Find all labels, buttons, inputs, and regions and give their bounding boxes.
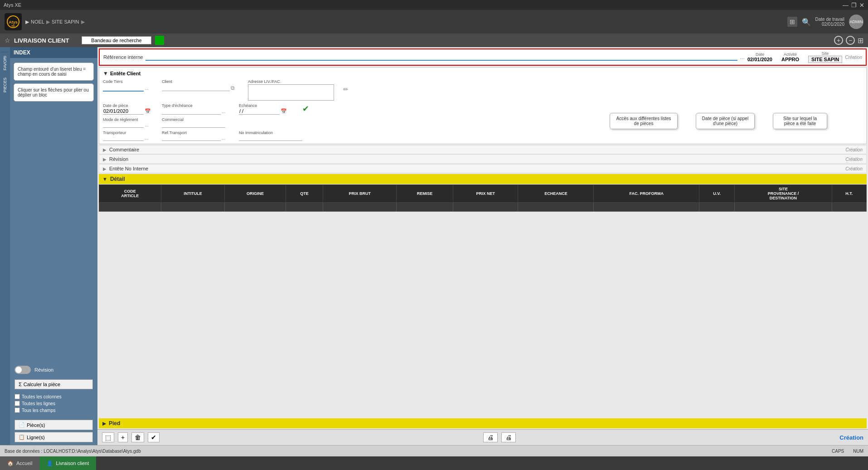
new-button[interactable]: +	[118, 432, 128, 442]
toolbar-right: + − ⊞	[834, 36, 863, 45]
toolbar-menu-icon[interactable]: ⊞	[858, 36, 863, 45]
calc-button[interactable]: Σ Calculer la pièce	[15, 379, 93, 389]
breadcrumb-item-noel[interactable]: ▶	[25, 19, 29, 25]
no-immat-input[interactable]	[239, 135, 302, 141]
checkbox-champs-input[interactable]	[15, 407, 20, 413]
lignes-button[interactable]: 📋 Ligne(s)	[15, 432, 93, 442]
green-indicator[interactable]	[155, 36, 164, 45]
reference-more-button[interactable]: ...	[740, 54, 745, 60]
search-band-button[interactable]: Bandeau de recherche	[82, 36, 151, 44]
code-tiers-input[interactable]	[103, 84, 144, 92]
maximize-button[interactable]: ❐	[851, 2, 857, 9]
ref-transport-more[interactable]: ...	[222, 135, 225, 141]
checkbox-toutes-lignes[interactable]: Toutes les lignes	[15, 401, 93, 406]
entete-no-interne-row[interactable]: ▶ Entête No Interne Création	[99, 164, 867, 173]
breadcrumb-site-sapin[interactable]: SITE SAPIN	[52, 19, 79, 24]
transporteur-group: Transporteur ...	[103, 131, 157, 141]
sidebar-tab-pieces[interactable]: PIECES	[1, 74, 9, 96]
admin-avatar: ADMIN	[849, 15, 863, 29]
revision-toggle-container: Révision	[15, 366, 93, 374]
validate-icon[interactable]: ✔	[302, 104, 309, 113]
mode-reglement-input[interactable]	[103, 122, 144, 128]
entete-row2: Date de pièce 📅 Type d'échéance ...	[103, 103, 863, 115]
home-icon: 🏠	[7, 460, 14, 466]
mode-reglement-group: Mode de règlement ...	[103, 117, 157, 128]
breadcrumb-noel[interactable]: NOEL	[31, 19, 44, 24]
bottom-action-toolbar: ⬚ + 🗑 ✔ 🖨 🖨 Création	[97, 429, 868, 445]
content-empty-area	[99, 213, 867, 418]
checkbox-toutes-colonnes[interactable]: Toutes les colonnes	[15, 394, 93, 399]
app-logo: Atys XE	[5, 13, 22, 30]
col-fac-proforma: FAC. PROFORMA	[594, 185, 699, 203]
echeance-calendar[interactable]: 📅	[281, 108, 287, 114]
pencil-icon[interactable]: ✏	[343, 86, 349, 93]
client-input[interactable]	[162, 84, 230, 91]
taskbar-accueil[interactable]: 🏠 Accueil	[0, 456, 39, 470]
type-echeance-group: Type d'échéance ...	[162, 103, 234, 115]
client-copy-btn[interactable]: ⧉	[231, 85, 235, 91]
lignes-icon: 📋	[19, 434, 25, 440]
creation-label: Création	[839, 434, 863, 441]
type-echeance-input[interactable]	[162, 108, 221, 115]
transporteur-more[interactable]: ...	[145, 135, 148, 141]
checkbox-tous-champs[interactable]: Tous les champs	[15, 407, 93, 413]
delete-button[interactable]: 🗑	[131, 432, 144, 442]
minimize-button[interactable]: —	[843, 2, 849, 9]
col-site-prov: SITEPROVENANCE /DESTINATION	[735, 185, 832, 203]
revision-row[interactable]: ▶ Révision Création	[99, 155, 867, 164]
print-button[interactable]: 🖨	[483, 432, 498, 442]
col-prix-brut: PRIX BRUT	[323, 185, 397, 203]
code-tiers-more[interactable]: ...	[145, 86, 148, 91]
print2-button[interactable]: 🖨	[501, 432, 516, 442]
copy-button[interactable]: ⬚	[102, 432, 114, 442]
reference-input[interactable]	[145, 53, 737, 61]
checkbox-colonnes-input[interactable]	[15, 394, 20, 399]
checkbox-lignes-input[interactable]	[15, 401, 20, 406]
reference-creation: Création	[845, 55, 862, 60]
ref-transport-input[interactable]	[162, 135, 221, 141]
close-button[interactable]: ✕	[859, 2, 864, 9]
commentaire-row[interactable]: ▶ Commentaire Création	[99, 145, 867, 154]
validate-doc-button[interactable]: ✔	[148, 432, 160, 442]
transporteur-input[interactable]	[103, 135, 144, 141]
revision-label: Révision	[34, 367, 53, 373]
taskbar-livraison[interactable]: 👤 Livraison client	[39, 456, 96, 470]
activite-meta: Activité APPRO	[781, 52, 799, 62]
site-meta: Site SITE SAPIN	[808, 51, 842, 63]
entete-row4: Transporteur ... Ref.Transport ...	[103, 131, 863, 141]
col-uv: U.V.	[699, 185, 735, 203]
reference-meta: Date 02/01/2020 Activité APPRO Site SITE…	[747, 51, 842, 63]
date-meta: Date 02/01/2020	[747, 52, 772, 62]
detail-section-header[interactable]: ▼ Détail	[99, 174, 867, 184]
sigma-icon: Σ	[19, 382, 22, 387]
grid-icon[interactable]: ⊞	[787, 17, 797, 27]
reference-label: Référence interne	[103, 54, 143, 60]
db-path: Base de données : LOCALHOST:D:\Analys\At…	[5, 449, 141, 454]
pieces-icon: 📄	[19, 422, 25, 428]
adresse-box[interactable]	[248, 84, 334, 101]
commentaire-expand: ▶	[103, 147, 107, 152]
revision-expand: ▶	[103, 157, 107, 162]
revision-toggle[interactable]	[15, 366, 31, 374]
entete-header[interactable]: ▼ Entête Client	[103, 70, 863, 77]
search-icon[interactable]: 🔍	[802, 18, 811, 26]
type-echeance-more[interactable]: ...	[222, 109, 225, 114]
date-piece-input[interactable]	[103, 108, 144, 115]
table-row[interactable]	[99, 203, 867, 212]
entete-block: ▼ Entête Client Code Tiers ... Client	[99, 67, 867, 144]
echeance-input[interactable]	[239, 108, 280, 115]
header-right: ⊞ 🔍 Date de travail 02/01/2020 ADMIN	[787, 15, 863, 29]
pieces-button[interactable]: 📄 Pièce(s)	[15, 420, 93, 430]
commercial-input[interactable]	[162, 122, 225, 128]
mode-reglement-more[interactable]: ...	[145, 122, 148, 127]
remove-button[interactable]: −	[846, 36, 855, 45]
adresse-group: Adresse LIV./FAC.	[248, 79, 339, 101]
detail-table: CODEARTICLE INTITULE ORIGINE QTE PRIX BR…	[99, 184, 867, 212]
date-piece-calendar[interactable]: 📅	[145, 108, 151, 114]
add-button[interactable]: +	[834, 36, 843, 45]
favori-icon[interactable]: ☆	[5, 37, 10, 44]
sidebar-tab-favori[interactable]: FAVORI	[1, 52, 9, 74]
pied-section-header[interactable]: ▶ Pied	[99, 418, 867, 428]
commercial-group: Commercial	[162, 117, 234, 128]
svg-text:XE: XE	[11, 24, 15, 27]
